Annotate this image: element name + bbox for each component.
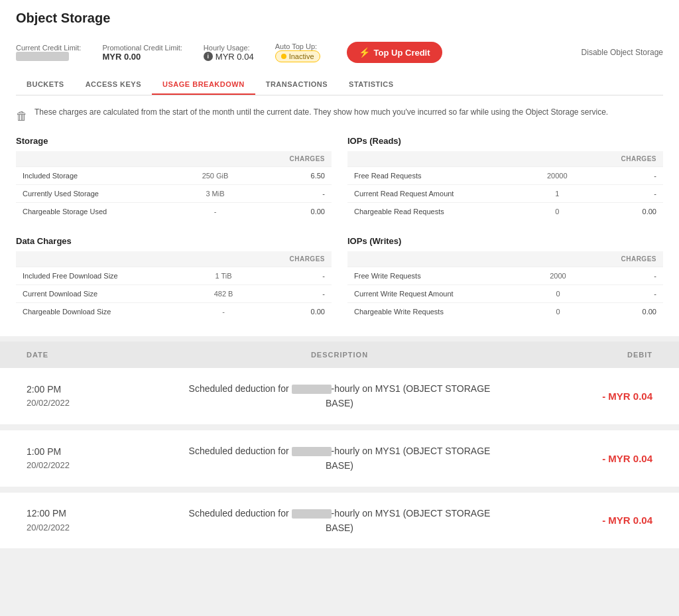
- tx-separator: [0, 425, 679, 430]
- row-label: Included Free Download Size: [16, 267, 196, 285]
- iops-reads-col-charges: CHARGES: [584, 151, 663, 167]
- data-charges-col-value: [196, 251, 250, 267]
- tx-date: 2:00 PM 20/02/2022: [27, 382, 183, 410]
- row-value: 0: [534, 285, 583, 303]
- current-credit-label: Current Credit Limit:: [16, 44, 81, 52]
- row-value: 3 MiB: [182, 185, 249, 203]
- two-col-grid: Storage CHARGES Included Storage 250 GiB…: [16, 136, 663, 320]
- tab-buckets[interactable]: BUCKETS: [16, 75, 75, 95]
- row-charges: -: [584, 185, 663, 203]
- iops-writes-table: CHARGES Free Write Requests 2000 - Curre…: [347, 251, 663, 320]
- iops-reads-col-label: [347, 151, 530, 167]
- tx-rows-container: 2:00 PM 20/02/2022 Scheduled deduction f…: [0, 368, 679, 549]
- row-label: Free Read Requests: [347, 167, 530, 185]
- tx-date-value: 20/02/2022: [27, 521, 183, 535]
- tx-time: 2:00 PM: [27, 382, 183, 397]
- row-value: 482 B: [196, 285, 250, 303]
- content-area: 🗑 These charges are calculated from the …: [0, 95, 679, 336]
- auto-topup-item: Auto Top Up: Inactive: [275, 42, 320, 62]
- disable-link[interactable]: Disable Object Storage: [582, 48, 663, 57]
- table-row: Included Free Download Size 1 TiB -: [16, 267, 332, 285]
- data-charges-title: Data Charges: [16, 236, 332, 246]
- row-charges: 0.00: [249, 203, 332, 221]
- inactive-label: Inactive: [289, 52, 314, 60]
- row-value: -: [182, 203, 249, 221]
- iops-writes-col-label: [347, 251, 534, 267]
- data-charges-table: CHARGES Included Free Download Size 1 Ti…: [16, 251, 332, 320]
- table-row: Currently Used Storage 3 MiB -: [16, 185, 332, 203]
- notice: 🗑 These charges are calculated from the …: [16, 106, 663, 125]
- table-row: Current Read Request Amount 1 -: [347, 185, 663, 203]
- promotional-credit-value: MYR 0.00: [102, 52, 182, 62]
- storage-col-value: [182, 151, 249, 167]
- row-charges: -: [582, 285, 663, 303]
- iops-reads-table: CHARGES Free Read Requests 20000 - Curre…: [347, 151, 663, 220]
- tx-header-date: DATE: [27, 351, 183, 359]
- row-charges: 6.50: [249, 167, 332, 185]
- page-title: Object Storage: [16, 11, 663, 35]
- topup-btn-label: Top Up Credit: [374, 48, 430, 58]
- separator: [0, 336, 679, 341]
- row-label: Free Write Requests: [347, 267, 534, 285]
- info-circle-icon: 🗑: [16, 107, 28, 125]
- row-charges: -: [251, 285, 332, 303]
- blurred-account: [292, 509, 332, 519]
- data-charges-col-charges: CHARGES: [251, 251, 332, 267]
- inactive-dot: [281, 54, 286, 59]
- row-charges: -: [249, 185, 332, 203]
- iops-reads-title: IOPs (Reads): [347, 136, 663, 146]
- tx-date: 1:00 PM 20/02/2022: [27, 444, 183, 473]
- row-value: 0: [534, 303, 583, 321]
- row-value: 20000: [530, 167, 584, 185]
- row-charges: -: [582, 267, 663, 285]
- blurred-account: [292, 385, 332, 394]
- tx-amount: - MYR 0.04: [496, 391, 652, 402]
- iops-reads-col-value: [530, 151, 584, 167]
- notice-text: These charges are calculated from the st…: [34, 106, 608, 118]
- row-value: -: [196, 303, 250, 321]
- tx-amount: - MYR 0.04: [496, 515, 652, 526]
- auto-topup-label: Auto Top Up:: [275, 42, 320, 50]
- row-label: Chargeable Write Requests: [347, 303, 534, 321]
- row-charges: -: [584, 167, 663, 185]
- tx-row: 12:00 PM 20/02/2022 Scheduled deduction …: [0, 493, 679, 550]
- hourly-usage-value: MYR 0.04: [216, 52, 254, 62]
- tx-row: 2:00 PM 20/02/2022 Scheduled deduction f…: [0, 368, 679, 425]
- table-row: Chargeable Write Requests 0 0.00: [347, 303, 663, 321]
- row-charges: 0.00: [584, 203, 663, 221]
- tx-header-debit: DEBIT: [496, 351, 652, 359]
- iops-writes-col-charges: CHARGES: [582, 251, 663, 267]
- hourly-usage-item: Hourly Usage: i MYR 0.04: [204, 44, 254, 62]
- table-row: Chargeable Download Size - 0.00: [16, 303, 332, 321]
- blurred-account: [292, 447, 332, 456]
- auto-topup-status: Inactive: [275, 50, 320, 62]
- tx-amount: - MYR 0.04: [496, 453, 652, 464]
- row-label: Current Write Request Amount: [347, 285, 534, 303]
- row-charges: 0.00: [582, 303, 663, 321]
- row-label: Current Download Size: [16, 285, 196, 303]
- tab-statistics[interactable]: STATISTICS: [338, 75, 404, 95]
- lightning-icon: ⚡: [359, 47, 370, 58]
- tx-date-value: 20/02/2022: [27, 459, 183, 473]
- iops-reads-section: IOPs (Reads) CHARGES Free Read Requests …: [347, 136, 663, 220]
- row-label: Chargeable Read Requests: [347, 203, 530, 221]
- tx-description: Scheduled deduction for -hourly on MYS1 …: [183, 506, 496, 536]
- storage-col-label: [16, 151, 182, 167]
- row-charges: 0.00: [251, 303, 332, 321]
- row-value: 250 GiB: [182, 167, 249, 185]
- tab-access-keys[interactable]: ACCESS KEYS: [75, 75, 152, 95]
- iops-writes-section: IOPs (Writes) CHARGES Free Write Request…: [347, 236, 663, 320]
- row-value: 1: [530, 185, 584, 203]
- transactions-header: DATE DESCRIPTION DEBIT: [0, 341, 679, 368]
- storage-section: Storage CHARGES Included Storage 250 GiB…: [16, 136, 332, 220]
- data-charges-section: Data Charges CHARGES Included Free Downl…: [16, 236, 332, 320]
- storage-table: CHARGES Included Storage 250 GiB 6.50 Cu…: [16, 151, 332, 220]
- tx-header-description: DESCRIPTION: [183, 351, 496, 359]
- row-label: Chargeable Download Size: [16, 303, 196, 321]
- tab-transactions[interactable]: TRANSACTIONS: [255, 75, 338, 95]
- topup-button[interactable]: ⚡ Top Up Credit: [347, 42, 442, 63]
- storage-title: Storage: [16, 136, 332, 146]
- tx-row: 1:00 PM 20/02/2022 Scheduled deduction f…: [0, 430, 679, 487]
- tab-usage-breakdown[interactable]: USAGE BREAKDOWN: [152, 75, 255, 95]
- table-row: Free Read Requests 20000 -: [347, 167, 663, 185]
